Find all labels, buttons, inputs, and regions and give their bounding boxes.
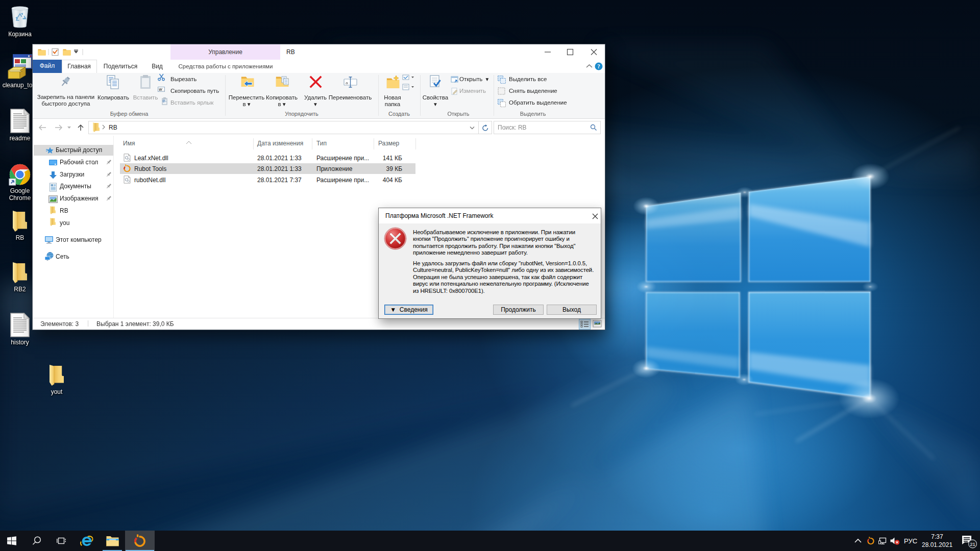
svg-text:...: ...: [162, 88, 165, 91]
svg-text:21: 21: [970, 541, 975, 547]
svg-text:?: ?: [597, 63, 600, 69]
svg-text:a: a: [346, 81, 348, 85]
